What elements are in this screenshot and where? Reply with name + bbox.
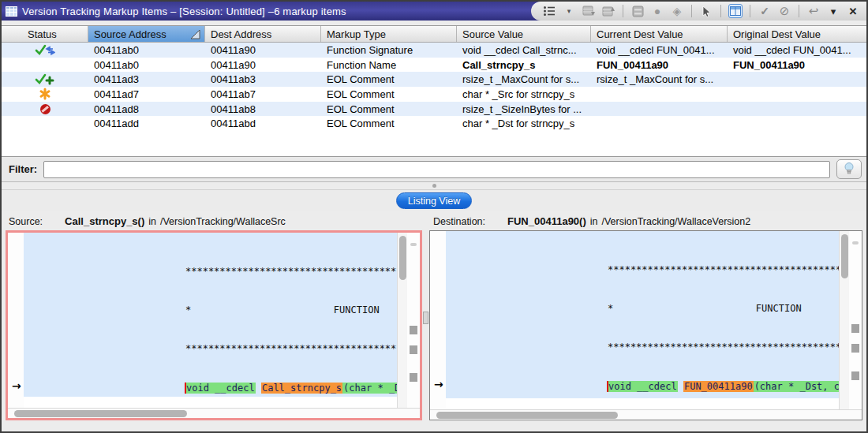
binary-listing-icon[interactable] <box>630 4 645 18</box>
function-name-highlight: Call_strncpy_s <box>261 383 342 394</box>
column-header-source-address[interactable]: Source Address <box>88 26 205 42</box>
cell-dest-address[interactable]: 00411a90 <box>205 59 321 71</box>
match-circle-icon[interactable] <box>650 4 664 18</box>
column-header-source-value[interactable]: Source Value <box>457 26 591 42</box>
cell-current-dest-value[interactable]: rsize_t _MaxCount for s... <box>591 73 728 85</box>
cell-markup-type[interactable]: Function Name <box>321 59 457 71</box>
scrollbar-thumb[interactable] <box>436 412 618 419</box>
change-marker[interactable] <box>851 324 859 333</box>
cell-source-address[interactable]: 00411ab0 <box>88 44 205 56</box>
cell-dest-address[interactable]: 00411a90 <box>205 44 321 56</box>
cell-dest-address[interactable]: 00411ab8 <box>205 103 321 115</box>
cell-source-value[interactable]: rsize_t _SizeInBytes for ... <box>457 103 591 115</box>
apply-markup-down-icon[interactable] <box>582 4 596 18</box>
function-signature-line[interactable]: void __cdecl FUN_00411a90(char * _Dst, c… <box>446 380 839 393</box>
listing-cursor <box>185 383 186 394</box>
table-row[interactable]: 00411add 00411abd EOL Comment char * _Ds… <box>2 116 866 131</box>
cell-current-dest-value[interactable]: FUN_00411a90 <box>591 59 728 71</box>
cell-source-address[interactable]: 00411ad8 <box>88 103 205 115</box>
destination-listing-panel[interactable]: → **************************************… <box>429 230 862 420</box>
listing-cursor <box>607 381 608 392</box>
function-signature-line[interactable]: void __cdecl Call_strncpy_s(char * _Dst,… <box>24 382 397 394</box>
cell-markup-type[interactable]: Function Signature <box>321 44 457 56</box>
column-header-markup-type[interactable]: Markup Type <box>321 26 457 42</box>
listing-view-tab[interactable]: Listing View <box>396 192 472 209</box>
column-header-original-dest-value[interactable]: Original Dest Value <box>728 26 866 42</box>
source-function-name: Call_strncpy_s() <box>65 215 144 227</box>
source-listing-panel[interactable]: → **************************************… <box>6 230 422 420</box>
cell-original-dest-value[interactable]: void __cdecl FUN_0041... <box>728 44 866 56</box>
cell-original-dest-value[interactable]: FUN_00411a90 <box>728 59 866 71</box>
function-name-highlight: FUN_00411a90 <box>683 381 754 392</box>
cell-dest-address[interactable]: 00411abd <box>205 118 321 129</box>
cell-markup-type[interactable]: EOL Comment <box>321 73 457 85</box>
version-tracking-window: Version Tracking Markup Items – [Session… <box>0 0 868 433</box>
table-row[interactable]: 00411ab0 00411a90 Function Signature voi… <box>2 43 866 58</box>
filter-options-button[interactable] <box>836 159 862 179</box>
cell-source-address[interactable]: 00411ad3 <box>88 73 205 85</box>
title-bar: Version Tracking Markup Items – [Session… <box>2 2 866 21</box>
change-marker[interactable] <box>410 373 417 382</box>
cell-source-value[interactable]: char * _Src for strncpy_s <box>457 88 591 100</box>
column-header-status[interactable]: Status <box>2 26 88 42</box>
table-header-row: Status Source Address Dest Address Marku… <box>2 26 866 43</box>
cell-source-value[interactable]: Call_strncpy_s <box>457 59 591 71</box>
unapply-markup-up-icon[interactable] <box>601 4 615 18</box>
source-vertical-scrollbar[interactable] <box>397 233 407 408</box>
source-label: Source: <box>9 216 43 227</box>
destination-listing[interactable]: ****************************************… <box>446 231 839 409</box>
destination-function-name: FUN_00411a90() <box>507 215 586 227</box>
lightbulb-icon <box>844 162 855 177</box>
accept-markup-icon[interactable] <box>758 4 772 18</box>
cell-current-dest-value[interactable]: void __cdecl FUN_0041... <box>591 44 728 56</box>
cell-markup-type[interactable]: EOL Comment <box>321 118 457 129</box>
source-marker-strip[interactable] <box>407 233 420 408</box>
cell-source-value[interactable]: rsize_t _MaxCount for s... <box>457 73 591 85</box>
scrollbar-thumb[interactable] <box>14 410 187 417</box>
destination-horizontal-scrollbar[interactable] <box>430 409 862 420</box>
source-horizontal-scrollbar[interactable] <box>8 408 420 418</box>
filter-input[interactable] <box>43 161 830 178</box>
markup-list-menu-icon[interactable] <box>542 4 556 18</box>
marker-dash <box>410 243 417 246</box>
destination-vertical-scrollbar[interactable] <box>839 231 849 409</box>
more-actions-dropdown-icon[interactable] <box>826 4 840 18</box>
table-row[interactable]: 00411ad7 00411ab7 EOL Comment char * _Sr… <box>2 87 866 102</box>
cell-source-value[interactable]: char * _Dst for strncpy_s <box>457 118 591 129</box>
horizontal-splitter[interactable] <box>2 182 866 189</box>
source-listing[interactable]: ****************************************… <box>24 233 397 408</box>
table-row[interactable]: 00411ad3 00411ab3 EOL Comment rsize_t _M… <box>2 72 866 87</box>
cell-dest-address[interactable]: 00411ab3 <box>205 73 321 85</box>
column-header-current-dest-value[interactable]: Current Dest Value <box>591 26 728 42</box>
panel-splitter-grip[interactable] <box>423 312 428 324</box>
cell-source-value[interactable]: void __cdecl Call_strnc... <box>457 44 591 56</box>
change-marker[interactable] <box>410 345 417 354</box>
current-instruction-arrow: → <box>12 379 21 392</box>
scrollbar-thumb[interactable] <box>841 234 848 278</box>
cell-source-address[interactable]: 00411add <box>88 118 205 129</box>
change-marker[interactable] <box>410 326 417 334</box>
match-diamond-icon[interactable] <box>670 4 684 18</box>
change-marker[interactable] <box>851 371 859 380</box>
table-row[interactable]: 00411ab0 00411a90 Function Name Call_str… <box>2 58 866 73</box>
panel-headers: Source: Call_strncpy_s() in /VersionTrac… <box>2 211 866 230</box>
undo-icon[interactable] <box>806 4 821 18</box>
cell-markup-type[interactable]: EOL Comment <box>321 103 457 115</box>
dual-listing-toggle-icon[interactable] <box>728 4 743 18</box>
current-instruction-arrow: → <box>434 378 443 390</box>
close-icon[interactable] <box>846 4 860 18</box>
destination-marker-strip[interactable] <box>849 231 862 409</box>
cell-dest-address[interactable]: 00411ab7 <box>205 88 321 100</box>
toolbar <box>531 2 866 21</box>
cell-source-address[interactable]: 00411ad7 <box>88 88 205 100</box>
cursor-select-icon[interactable] <box>699 4 713 18</box>
table-row[interactable]: 00411ad8 00411ab8 EOL Comment rsize_t _S… <box>2 102 866 117</box>
column-header-dest-address[interactable]: Dest Address <box>205 26 321 42</box>
menu-dropdown-arrow-icon[interactable] <box>562 4 576 18</box>
dest-panel-header: Destination: FUN_00411a90() in /VersionT… <box>426 215 866 227</box>
cell-markup-type[interactable]: EOL Comment <box>321 88 457 100</box>
cell-source-address[interactable]: 00411ab0 <box>88 59 205 71</box>
scrollbar-thumb[interactable] <box>399 236 406 280</box>
change-marker[interactable] <box>851 344 859 353</box>
reject-markup-icon[interactable] <box>777 4 791 18</box>
